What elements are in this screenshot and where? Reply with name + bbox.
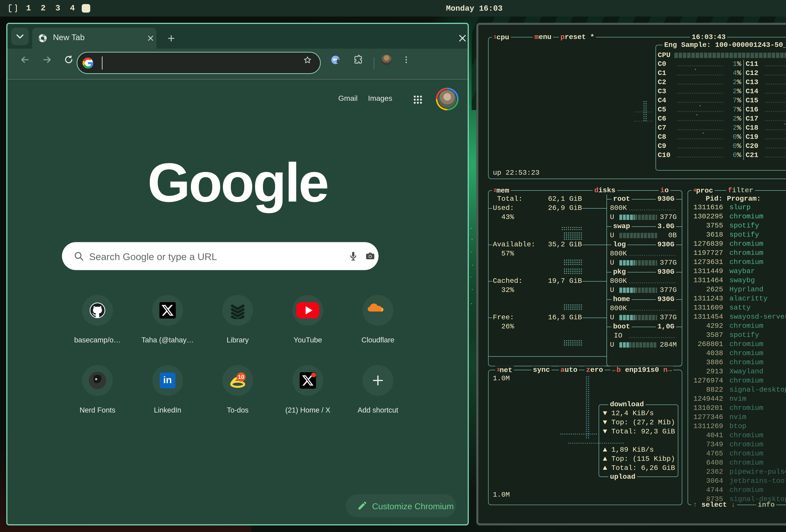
- svg-text:10: 10: [238, 374, 244, 380]
